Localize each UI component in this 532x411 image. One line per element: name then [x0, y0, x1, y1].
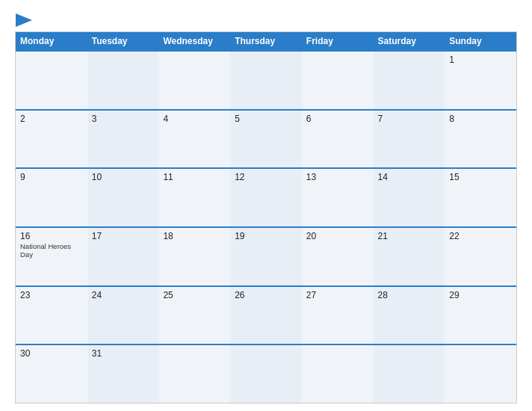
calendar-cell: 8 — [445, 111, 516, 168]
calendar-cell: 3 — [87, 111, 159, 168]
day-number: 18 — [163, 231, 226, 241]
calendar-header: MondayTuesdayWednesdayThursdayFridaySatu… — [16, 32, 516, 50]
calendar-cell: 11 — [158, 169, 230, 226]
calendar-cell: 26 — [230, 287, 302, 344]
calendar-row: 16National Heroes Day171819202122 — [16, 226, 516, 285]
day-number: 7 — [378, 114, 441, 124]
weekday-header-monday: Monday — [16, 32, 87, 50]
day-number: 3 — [92, 114, 155, 124]
calendar-row: 23242526272829 — [16, 285, 516, 344]
calendar-row: 1 — [16, 50, 516, 109]
calendar-cell: 29 — [445, 287, 516, 344]
calendar-cell: 7 — [374, 111, 445, 168]
day-number: 25 — [163, 290, 226, 300]
calendar-cell: 4 — [158, 111, 230, 168]
calendar-page: MondayTuesdayWednesdayThursdayFridaySatu… — [0, 0, 532, 411]
calendar-cell — [230, 345, 302, 403]
logo-flag-icon — [16, 13, 32, 27]
calendar-cell — [302, 52, 374, 109]
logo — [15, 13, 32, 27]
calendar-cell — [158, 345, 230, 403]
day-number: 6 — [306, 114, 369, 124]
day-number: 14 — [378, 172, 441, 182]
calendar-row: 9101112131415 — [16, 167, 516, 226]
calendar-cell — [374, 345, 445, 403]
calendar-cell: 24 — [87, 287, 159, 344]
calendar-cell: 9 — [16, 169, 87, 226]
day-number: 28 — [378, 290, 441, 300]
day-number: 30 — [20, 348, 83, 359]
weekday-header-thursday: Thursday — [230, 32, 302, 50]
day-number: 10 — [92, 172, 155, 182]
calendar-cell: 2 — [16, 111, 87, 168]
calendar-cell: 21 — [374, 228, 445, 285]
page-header — [15, 13, 517, 27]
calendar-cell: 27 — [302, 287, 374, 344]
calendar-cell: 13 — [302, 169, 374, 226]
calendar-row: 3031 — [16, 344, 516, 403]
calendar-cell: 30 — [16, 345, 87, 403]
calendar-cell: 12 — [230, 169, 302, 226]
day-number: 26 — [235, 290, 297, 300]
day-number: 20 — [306, 231, 369, 241]
holiday-label: National Heroes Day — [20, 242, 83, 259]
day-number: 21 — [378, 231, 441, 241]
calendar-cell: 5 — [230, 111, 302, 168]
calendar-cell: 14 — [374, 169, 445, 226]
calendar-cell: 22 — [445, 228, 516, 285]
calendar-cell: 6 — [302, 111, 374, 168]
calendar-cell — [87, 52, 159, 109]
calendar-cell: 17 — [87, 228, 159, 285]
weekday-header-tuesday: Tuesday — [87, 32, 159, 50]
calendar-grid: MondayTuesdayWednesdayThursdayFridaySatu… — [15, 31, 517, 404]
svg-marker-0 — [16, 13, 32, 27]
calendar-cell: 25 — [158, 287, 230, 344]
day-number: 1 — [449, 55, 512, 65]
day-number: 22 — [449, 231, 512, 241]
calendar-body: 12345678910111213141516National Heroes D… — [16, 50, 516, 403]
day-number: 5 — [235, 114, 297, 124]
calendar-cell — [16, 52, 87, 109]
day-number: 2 — [20, 114, 83, 124]
calendar-cell: 10 — [87, 169, 159, 226]
calendar-cell: 31 — [87, 345, 159, 403]
calendar-cell — [374, 52, 445, 109]
day-number: 29 — [449, 290, 512, 300]
calendar-cell — [158, 52, 230, 109]
day-number: 17 — [92, 231, 155, 241]
day-number: 13 — [306, 172, 369, 182]
calendar-cell: 23 — [16, 287, 87, 344]
day-number: 23 — [20, 290, 83, 300]
weekday-header-wednesday: Wednesday — [158, 32, 230, 50]
calendar-cell: 15 — [445, 169, 516, 226]
day-number: 16 — [20, 231, 83, 241]
calendar-cell: 16National Heroes Day — [16, 228, 87, 285]
calendar-cell: 1 — [445, 52, 516, 109]
day-number: 31 — [92, 348, 155, 359]
calendar-row: 2345678 — [16, 109, 516, 168]
calendar-cell — [445, 345, 516, 403]
day-number: 8 — [449, 114, 512, 124]
day-number: 9 — [20, 172, 83, 182]
calendar-cell: 19 — [230, 228, 302, 285]
day-number: 19 — [235, 231, 297, 241]
calendar-cell: 28 — [374, 287, 445, 344]
day-number: 12 — [235, 172, 297, 182]
calendar-cell — [302, 345, 374, 403]
day-number: 11 — [163, 172, 226, 182]
calendar-cell: 20 — [302, 228, 374, 285]
day-number: 24 — [92, 290, 155, 300]
day-number: 15 — [449, 172, 512, 182]
weekday-header-sunday: Sunday — [445, 32, 516, 50]
day-number: 27 — [306, 290, 369, 300]
weekday-header-saturday: Saturday — [374, 32, 445, 50]
day-number: 4 — [163, 114, 226, 124]
calendar-cell: 18 — [158, 228, 230, 285]
weekday-header-friday: Friday — [302, 32, 374, 50]
calendar-cell — [230, 52, 302, 109]
